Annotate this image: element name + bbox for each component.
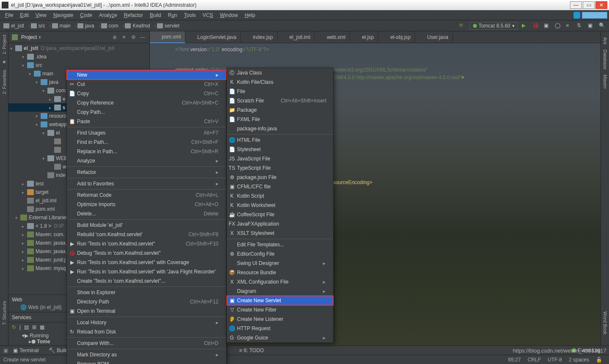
- menu-item[interactable]: Compare With...Ctrl+D: [67, 339, 226, 348]
- menu-item[interactable]: Optimize ImportsCtrl+Alt+O: [67, 200, 226, 209]
- tab-favorites[interactable]: 2: Favorites: [1, 66, 8, 97]
- git-icon[interactable]: ⇅: [577, 22, 584, 29]
- tab-maven[interactable]: Maven: [602, 72, 609, 91]
- menu-item[interactable]: KKotlin Script: [227, 191, 333, 201]
- menu-item[interactable]: New▸: [67, 70, 226, 80]
- debug-icon[interactable]: 🐞: [533, 22, 540, 29]
- search-icon[interactable]: 🔍: [599, 22, 606, 29]
- menu-item[interactable]: Add to Favorites▸: [67, 179, 226, 188]
- menu-build[interactable]: Build: [146, 11, 165, 19]
- crumb-com[interactable]: com: [101, 23, 118, 29]
- menu-item[interactable]: Analyze▸: [67, 156, 226, 165]
- menu-item[interactable]: 📁Package: [227, 105, 333, 115]
- new-submenu[interactable]: ⒸJava ClassKKotlin File/Class📄File📄Scrat…: [226, 68, 333, 343]
- editor-tab[interactable]: el_jstl.iml: [278, 31, 315, 43]
- menu-item[interactable]: ▶Run 'Tests in 'com.Keafmd.servlet''Ctrl…: [67, 239, 226, 248]
- editor-tab[interactable]: User.java: [415, 31, 453, 43]
- menu-item[interactable]: ▣Create New Servlet: [227, 296, 333, 305]
- svc-rerun-icon[interactable]: ↻: [12, 324, 16, 330]
- menu-item[interactable]: XXSLT Stylesheet: [227, 229, 333, 238]
- menu-item[interactable]: Build Module 'el_jstl': [67, 221, 226, 230]
- project-panel-title[interactable]: Project: [21, 34, 37, 40]
- menu-item[interactable]: Copy Path...: [67, 108, 226, 117]
- tab-project[interactable]: 1: Project: [1, 31, 8, 58]
- menu-edit[interactable]: Edit: [17, 11, 32, 19]
- menu-item[interactable]: 📄File: [227, 87, 333, 96]
- menu-item[interactable]: Swing UI Designer▸: [227, 259, 333, 268]
- hide-icon[interactable]: —: [139, 34, 146, 41]
- menu-item[interactable]: Rebuild 'com.Keafmd.servlet'Ctrl+Shift+F…: [67, 230, 226, 239]
- svc-grid-icon[interactable]: ▦: [40, 324, 44, 330]
- menu-file[interactable]: File: [2, 11, 17, 19]
- stop-icon[interactable]: ■: [566, 22, 573, 29]
- menu-item[interactable]: 👂Create New Listener: [227, 314, 333, 324]
- menu-item[interactable]: package-info.java: [227, 124, 333, 133]
- indent[interactable]: 2 spaces: [565, 357, 592, 363]
- toolbox-icon[interactable]: [573, 12, 580, 19]
- menu-item[interactable]: KKotlin Worksheet: [227, 201, 333, 210]
- dropdown-icon[interactable]: ▾: [39, 34, 41, 40]
- editor-tab[interactable]: web.xml: [315, 31, 350, 43]
- lock-icon[interactable]: 🔓: [592, 357, 606, 363]
- menu-item[interactable]: 🌐HTTP Request: [227, 324, 333, 333]
- cursor-position[interactable]: 65:27: [505, 357, 524, 363]
- tab-wordbook[interactable]: Word Book: [602, 309, 609, 337]
- menu-item[interactable]: TSTypeScript File: [227, 163, 333, 173]
- tool-window-toggle-icon[interactable]: ▣: [3, 347, 8, 353]
- menu-item[interactable]: Directory PathCtrl+Alt+F12: [67, 297, 226, 306]
- tab-database[interactable]: Database: [602, 47, 609, 72]
- crumb-keafmd[interactable]: Keafmd: [125, 23, 150, 29]
- settings-icon[interactable]: ⚙: [130, 34, 137, 41]
- crumb-main[interactable]: main: [52, 23, 71, 29]
- menu-item[interactable]: ▣CFML/CFC file: [227, 182, 333, 191]
- menu-item[interactable]: XXML Configuration File▸: [227, 277, 333, 287]
- menu-item[interactable]: 📋PasteCtrl+V: [67, 117, 226, 126]
- menu-item[interactable]: FXJavaFXApplication: [227, 219, 333, 229]
- menu-item[interactable]: Refactor▸: [67, 168, 226, 177]
- menu-item[interactable]: Local History▸: [67, 318, 226, 327]
- menu-item[interactable]: 📦Resource Bundle: [227, 268, 333, 277]
- crumb-java[interactable]: java: [77, 23, 94, 29]
- run-icon[interactable]: ▶: [522, 22, 529, 29]
- menu-item[interactable]: Delete...Delete: [67, 209, 226, 218]
- context-menu[interactable]: New▸✂CutCtrl+X📄CopyCtrl+CCopy ReferenceC…: [66, 70, 226, 364]
- crumb-servlet[interactable]: servlet: [157, 23, 179, 29]
- menu-item[interactable]: ✂CutCtrl+X: [67, 80, 226, 89]
- build-icon[interactable]: ⚒: [459, 22, 466, 29]
- menu-analyze[interactable]: Analyze: [96, 11, 121, 19]
- line-sep[interactable]: CRLF: [524, 357, 544, 363]
- minimize-button[interactable]: —: [570, 1, 582, 9]
- menu-item[interactable]: ↻Reload from Disk: [67, 327, 226, 336]
- expand-icon[interactable]: ✶: [121, 34, 127, 41]
- menu-item[interactable]: ⚙package.json File: [227, 173, 333, 182]
- menu-item[interactable]: 📄CopyCtrl+C: [67, 89, 226, 98]
- menu-item[interactable]: Edit File Templates...: [227, 240, 333, 249]
- menu-item[interactable]: Show in Explorer: [67, 288, 226, 297]
- crumb-root[interactable]: el_jstl: [3, 23, 24, 29]
- menu-item[interactable]: Replace in Path...Ctrl+Shift+R: [67, 147, 226, 156]
- editor-tab[interactable]: pom.xml: [150, 31, 185, 43]
- menu-item[interactable]: GGoogle Guice▸: [227, 333, 333, 342]
- menu-view[interactable]: View: [32, 11, 50, 19]
- tab-todo[interactable]: ≡ 6: TODO: [234, 347, 269, 353]
- menu-item[interactable]: Copy ReferenceCtrl+Alt+Shift+C: [67, 98, 226, 108]
- tab-terminal[interactable]: ▣ Terminal: [8, 347, 44, 353]
- menu-item[interactable]: ▶Run 'Tests in 'com.Keafmd.servlet'' wit…: [67, 267, 226, 276]
- tab-structure[interactable]: 7: Structure: [1, 298, 8, 328]
- menu-item[interactable]: ▶Run 'Tests in 'com.Keafmd.servlet'' wit…: [67, 258, 226, 267]
- menu-item[interactable]: 🌐HTML File: [227, 135, 333, 145]
- menu-window[interactable]: Window: [216, 11, 241, 19]
- tree-node[interactable]: ▾.idea: [8, 52, 149, 61]
- menu-navigate[interactable]: Navigate: [50, 11, 77, 19]
- tree-root[interactable]: ▾el_jstlD:\java_workspace\java01\el_jstl: [8, 44, 149, 52]
- editor-tab[interactable]: el-obj.jsp: [378, 31, 415, 43]
- menu-item[interactable]: ▣Open in Terminal: [67, 306, 226, 316]
- menu-item[interactable]: Create 'Tests in 'com.Keafmd.servlet''..…: [67, 276, 226, 286]
- menu-run[interactable]: Run: [165, 11, 181, 19]
- menu-item[interactable]: ☕CoffeeScript File: [227, 210, 333, 219]
- menu-item[interactable]: 📄FXML File: [227, 115, 333, 124]
- menu-refactor[interactable]: Refactor: [121, 11, 146, 19]
- wrap-icon[interactable]: ▣: [588, 22, 595, 29]
- editor-tab[interactable]: index.jsp: [241, 31, 277, 43]
- menu-item[interactable]: 📄Scratch FileCtrl+Alt+Shift+Insert: [227, 96, 333, 105]
